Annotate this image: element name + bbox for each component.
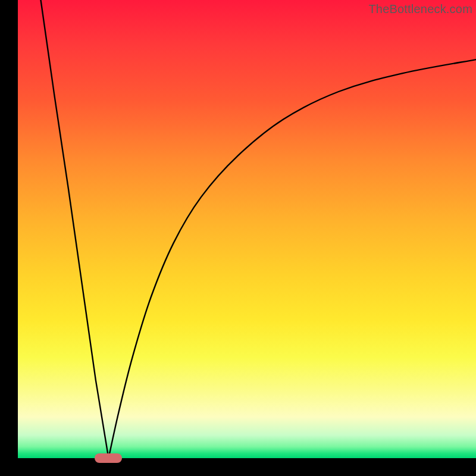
plot-area bbox=[18, 0, 476, 458]
series-left-descent bbox=[41, 0, 109, 458]
chart-frame: TheBottleneck.com bbox=[0, 0, 476, 476]
series-right-curve bbox=[108, 60, 476, 458]
bottleneck-marker bbox=[95, 453, 122, 463]
curves-layer bbox=[18, 0, 476, 458]
